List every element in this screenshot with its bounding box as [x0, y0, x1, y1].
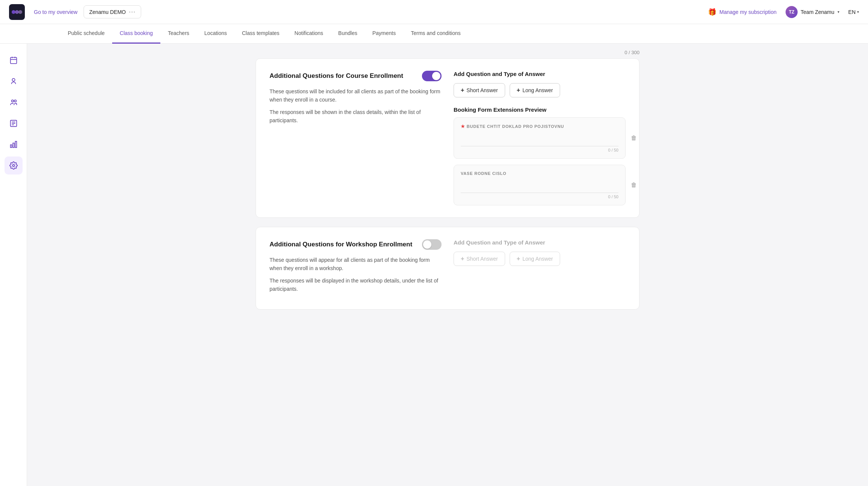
course-enrollment-section: Additional Questions for Course Enrollme…	[256, 58, 640, 218]
svg-point-8	[11, 100, 14, 102]
topbar: Go to my overview Zenamu DEMO ··· 🎁 Mana…	[0, 0, 868, 24]
chevron-down-icon: ▾	[838, 10, 839, 14]
svg-rect-3	[10, 58, 17, 64]
plus-icon: +	[517, 255, 520, 262]
tab-locations[interactable]: Locations	[197, 24, 235, 44]
workshop-left-column: Additional Questions for Workshop Enroll…	[270, 239, 442, 297]
sidebar-icon-person[interactable]	[5, 72, 23, 90]
delete-field-button[interactable]: 🗑	[629, 133, 639, 143]
course-long-answer-button[interactable]: + Long Answer	[510, 83, 560, 97]
preview-field-count-0: 0 / 50	[461, 148, 618, 152]
course-right-column: Add Question and Type of Answer + Short …	[454, 71, 626, 205]
sidebar	[0, 44, 27, 486]
svg-point-2	[18, 10, 22, 14]
workshop-right-column: Add Question and Type of Answer + Short …	[454, 239, 626, 297]
svg-rect-16	[15, 141, 17, 148]
studio-name: Zenamu DEMO	[89, 9, 126, 15]
tab-terms-and-conditions[interactable]: Terms and conditions	[403, 24, 468, 44]
tab-payments[interactable]: Payments	[365, 24, 403, 44]
preview-field-wrapper: ★ BUDETE CHTIT DOKLAD PRO POJISTOVNU0 / …	[454, 117, 626, 159]
sidebar-icon-calendar[interactable]	[5, 51, 23, 69]
course-add-question-label: Add Question and Type of Answer	[454, 71, 626, 77]
svg-point-0	[12, 10, 15, 14]
plus-icon: +	[517, 87, 520, 94]
delete-field-button[interactable]: 🗑	[629, 180, 639, 190]
tab-notifications[interactable]: Notifications	[287, 24, 330, 44]
workshop-section-title: Additional Questions for Workshop Enroll…	[270, 241, 412, 248]
course-toggle[interactable]	[422, 71, 442, 81]
course-section-title: Additional Questions for Course Enrollme…	[270, 72, 403, 80]
tab-class-templates[interactable]: Class templates	[235, 24, 287, 44]
svg-point-9	[14, 100, 16, 102]
preview-field-input-1[interactable]	[461, 179, 618, 193]
course-add-buttons: + Short Answer + Long Answer	[454, 83, 626, 97]
preview-field-input-0[interactable]	[461, 133, 618, 146]
studio-dots: ···	[129, 8, 136, 16]
svg-point-7	[12, 79, 15, 81]
preview-field-count-1: 0 / 50	[461, 194, 618, 199]
course-desc-2: The responses will be shown in the class…	[270, 108, 442, 125]
sidebar-icon-list[interactable]	[5, 114, 23, 132]
team-menu[interactable]: TZ Team Zenamu ▾	[786, 6, 839, 18]
topbar-right: 🎁 Manage my subscription TZ Team Zenamu …	[708, 6, 859, 18]
required-star-icon: ★	[461, 124, 465, 129]
preview-field-label-0: ★ BUDETE CHTIT DOKLAD PRO POJISTOVNU	[461, 124, 618, 129]
sidebar-icon-settings[interactable]	[5, 156, 23, 175]
gift-icon: 🎁	[708, 8, 716, 16]
course-desc-1: These questions will be included for all…	[270, 87, 442, 104]
preview-field-wrapper: VASE RODNE CISLO0 / 50🗑	[454, 165, 626, 205]
workshop-enrollment-section: Additional Questions for Workshop Enroll…	[256, 227, 640, 310]
content-area: 0 / 300 Additional Questions for Course …	[27, 44, 868, 486]
sidebar-icon-group[interactable]	[5, 93, 23, 111]
preview-field-1: VASE RODNE CISLO0 / 50	[454, 165, 626, 205]
svg-rect-14	[10, 145, 12, 147]
preview-field-0: ★ BUDETE CHTIT DOKLAD PRO POJISTOVNU0 / …	[454, 117, 626, 159]
tab-class-booking[interactable]: Class booking	[112, 24, 160, 44]
workshop-short-answer-button: + Short Answer	[454, 252, 505, 266]
booking-form-preview-label: Booking Form Extensions Preview	[454, 106, 626, 113]
go-overview-link[interactable]: Go to my overview	[34, 9, 78, 15]
chevron-down-icon: ▾	[857, 10, 859, 14]
preview-fields: ★ BUDETE CHTIT DOKLAD PRO POJISTOVNU0 / …	[454, 117, 626, 205]
team-avatar: TZ	[786, 6, 798, 18]
workshop-add-buttons: + Short Answer + Long Answer	[454, 252, 626, 266]
workshop-long-answer-button: + Long Answer	[510, 252, 560, 266]
course-left-column: Additional Questions for Course Enrollme…	[270, 71, 442, 205]
svg-rect-15	[13, 143, 14, 147]
logo	[9, 4, 25, 20]
workshop-toggle[interactable]	[422, 239, 442, 250]
char-count: 0 / 300	[256, 44, 640, 58]
studio-selector[interactable]: Zenamu DEMO ···	[84, 5, 141, 18]
svg-point-1	[15, 10, 19, 14]
course-short-answer-button[interactable]: + Short Answer	[454, 83, 505, 97]
preview-field-label-1: VASE RODNE CISLO	[461, 171, 618, 176]
nav-tabs: Public scheduleClass bookingTeachersLoca…	[0, 24, 868, 44]
tab-teachers[interactable]: Teachers	[160, 24, 197, 44]
workshop-desc-1: These questions will appear for all clie…	[270, 256, 442, 273]
sidebar-icon-chart[interactable]	[5, 135, 23, 153]
svg-point-17	[12, 164, 15, 167]
tab-bundles[interactable]: Bundles	[331, 24, 365, 44]
plus-icon: +	[461, 87, 464, 94]
plus-icon: +	[461, 255, 464, 262]
workshop-desc-2: The responses will be displayed in the w…	[270, 276, 442, 293]
logo-mark	[9, 4, 25, 20]
workshop-add-question-label: Add Question and Type of Answer	[454, 239, 626, 246]
subscription-button[interactable]: 🎁 Manage my subscription	[708, 8, 777, 16]
language-selector[interactable]: EN ▾	[848, 9, 859, 15]
tab-public-schedule[interactable]: Public schedule	[60, 24, 112, 44]
